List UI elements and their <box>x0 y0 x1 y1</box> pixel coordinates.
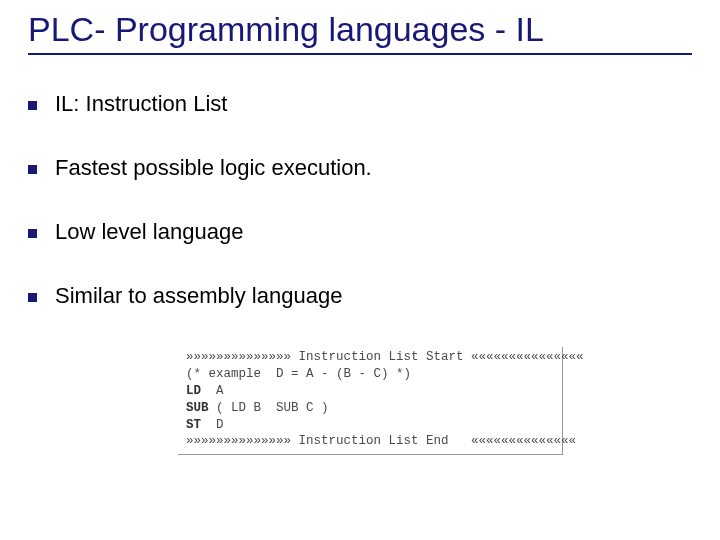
code-rest: D <box>201 418 224 432</box>
code-line: »»»»»»»»»»»»»» Instruction List Start ««… <box>186 350 584 364</box>
list-item: IL: Instruction List <box>28 91 692 117</box>
list-item: Similar to assembly language <box>28 283 692 309</box>
bullet-text: Fastest possible logic execution. <box>55 155 372 181</box>
code-rest: ( LD B SUB C ) <box>209 401 329 415</box>
code-sample: »»»»»»»»»»»»»» Instruction List Start ««… <box>178 347 562 454</box>
code-keyword: ST <box>186 418 201 432</box>
bullet-icon <box>28 165 37 174</box>
bullet-text: Low level language <box>55 219 243 245</box>
code-sample-box: »»»»»»»»»»»»»» Instruction List Start ««… <box>178 347 563 455</box>
code-keyword: LD <box>186 384 201 398</box>
bullet-icon <box>28 101 37 110</box>
list-item: Low level language <box>28 219 692 245</box>
code-line: »»»»»»»»»»»»»» Instruction List End ««««… <box>186 434 576 448</box>
bullet-text: Similar to assembly language <box>55 283 342 309</box>
list-item: Fastest possible logic execution. <box>28 155 692 181</box>
bullet-text: IL: Instruction List <box>55 91 227 117</box>
code-rest: A <box>201 384 224 398</box>
slide: PLC- Programming languages - IL IL: Inst… <box>0 0 720 455</box>
bullet-icon <box>28 229 37 238</box>
bullet-list: IL: Instruction List Fastest possible lo… <box>28 91 692 309</box>
code-keyword: SUB <box>186 401 209 415</box>
slide-title: PLC- Programming languages - IL <box>28 10 692 55</box>
bullet-icon <box>28 293 37 302</box>
code-line: (* example D = A - (B - C) *) <box>186 367 411 381</box>
